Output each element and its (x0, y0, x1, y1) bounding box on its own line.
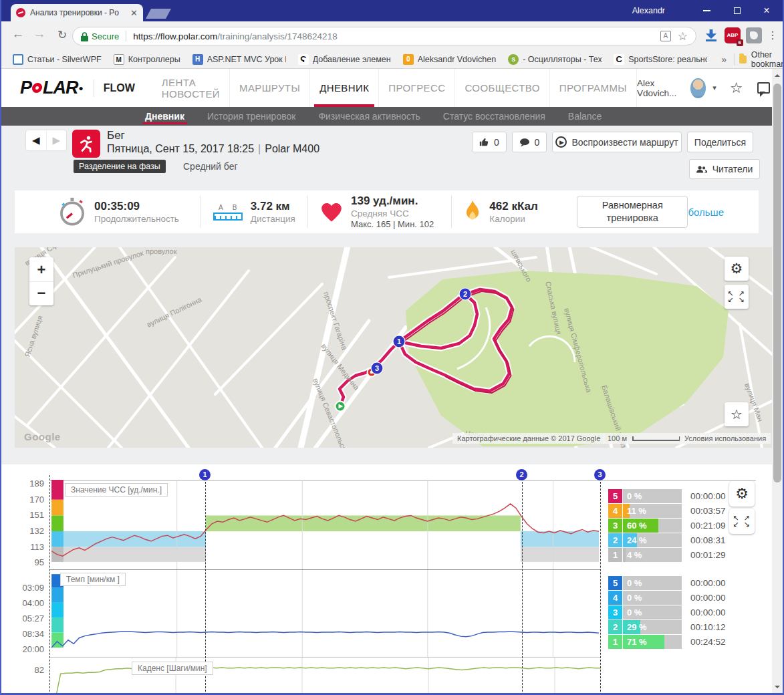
browser-menu-icon[interactable]: ⋮ (767, 27, 778, 43)
heart-icon (320, 202, 343, 223)
distance-stat: АВ 3.72 кмДистанция (201, 196, 307, 228)
forward-icon[interactable]: → (31, 27, 48, 41)
map-canvas: провулок вулиця Сірка Прилуцький провуло… (15, 247, 772, 448)
map-fullscreen-icon[interactable]: ↖ ↗↙ ↘ (725, 285, 749, 309)
map-favorite-icon[interactable]: ☆ (725, 402, 749, 426)
axis-dashed-line (49, 475, 50, 695)
pace-zone-row: 171 %00:24:52 (608, 635, 742, 649)
nav-programs[interactable]: ПРОГРАММЫ (550, 69, 637, 107)
chart-fullscreen-icon[interactable]: ↖ ↗↙ ↘ (729, 509, 755, 534)
reload-icon[interactable]: ↻ (53, 28, 71, 42)
hr-tick: 95 (15, 557, 44, 567)
bookmark-favicon: Ϲ (614, 54, 624, 65)
svg-text:1: 1 (397, 337, 401, 345)
polar-logo-o (31, 83, 43, 93)
url-bar[interactable]: Secure https://flow.polar.com /training/… (72, 27, 696, 45)
new-tab-button[interactable] (146, 9, 171, 19)
chat-icon[interactable] (757, 82, 769, 94)
cadence-legend: Каденс [Шаги/мин] (132, 662, 213, 675)
subnav-recovery[interactable]: Статус восстановления (443, 107, 545, 126)
thumb-up-icon (479, 137, 489, 147)
favorite-star-icon[interactable]: ☆ (730, 80, 743, 97)
avatar[interactable] (690, 78, 706, 98)
session-note: Средний бег (183, 161, 238, 172)
pace-zone-row: 30 %00:00:00 (608, 605, 742, 619)
browser-profile-name[interactable]: Alexandr (632, 6, 665, 15)
scrollbar[interactable] (772, 69, 783, 695)
replay-route-button[interactable]: ▶ Воспроизвести маршрут (552, 132, 682, 152)
subnav-history[interactable]: История тренировок (207, 107, 295, 126)
maximize-button[interactable] (723, 0, 752, 21)
phase-marker-1: 1 (199, 469, 211, 480)
bookmark-item[interactable]: ϹSportsStore: реально (608, 52, 713, 67)
scroll-up-icon[interactable] (775, 72, 780, 77)
nav-community[interactable]: СООБЩЕСТВО (455, 69, 549, 107)
nav-routes[interactable]: МАРШРУТЫ (230, 69, 310, 107)
url-path: /training/analysis/1748624218 (217, 31, 337, 41)
download-extension-icon[interactable] (703, 27, 719, 43)
chart-settings-gear-icon[interactable]: ⚙ (729, 481, 755, 507)
minimize-button[interactable] (692, 0, 721, 21)
calories-stat: 462 кКалКалории (451, 196, 549, 228)
cadence-tick: 82 (15, 665, 44, 675)
pace-zone-row: 50 %00:00:00 (608, 576, 742, 590)
subnav-activity[interactable]: Физическая активность (318, 107, 420, 126)
other-bookmarks[interactable]: Other bookmarks (751, 50, 784, 69)
bookmark-star-icon[interactable]: ☆ (678, 29, 688, 43)
start-marker (336, 402, 346, 412)
share-button[interactable]: Поделиться (687, 132, 753, 152)
training-benefit-button[interactable]: Равномернаятренировка (577, 196, 688, 228)
bookmark-item[interactable]: 0Aleksandr Vdovichen (397, 52, 502, 67)
bookmark-item[interactable]: ϚДобавление элемен (292, 52, 397, 67)
subnav-diary[interactable]: Дневник (145, 107, 184, 126)
nav-feed[interactable]: ЛЕНТА НОВОСТЕЙ (152, 69, 230, 107)
distance-label: Дистанция (251, 213, 295, 225)
hr-zones-table: 50 %00:00:00 411 %00:03:57 360 %00:21:09… (608, 489, 742, 563)
polar-logo[interactable]: PLAR● (20, 78, 83, 98)
nav-progress[interactable]: ПРОГРЕСС (379, 69, 455, 107)
next-session-icon[interactable]: ▶ (47, 130, 67, 150)
prev-session-icon[interactable]: ◀ (26, 130, 47, 150)
bookmark-item[interactable]: HASP.NET MVC Урок Е (186, 52, 292, 67)
back-icon[interactable]: ← (9, 27, 27, 41)
close-button[interactable]: × (752, 0, 781, 21)
people-icon (696, 165, 708, 174)
like-button[interactable]: 0 (472, 132, 507, 152)
bookmark-favicon: H (192, 54, 203, 65)
map-terms-link[interactable]: Условия использования (680, 433, 771, 444)
translate-icon[interactable]: A (660, 31, 671, 41)
hr-value: 139 уд./мин. (351, 194, 434, 208)
zoom-out-icon[interactable]: − (29, 282, 53, 305)
google-watermark: Google (24, 431, 61, 442)
route-map[interactable]: провулок вулиця Сірка Прилуцький провуло… (15, 247, 772, 448)
hr-zone-row: 50 %00:00:00 (608, 489, 742, 503)
subnav-balance[interactable]: Balance (568, 107, 602, 126)
evernote-extension-icon[interactable] (746, 27, 762, 43)
bookmarks-overflow-icon[interactable]: » (717, 54, 731, 65)
nav-diary[interactable]: ДНЕВНИК (310, 69, 379, 107)
flow-label[interactable]: FLOW (94, 80, 135, 97)
training-header: ◀ ▶ Бег Пятница, Сент 15, 2017 18:25|Pol… (1, 126, 775, 190)
tab-close-icon[interactable]: ✕ (130, 8, 138, 18)
map-scale: 100 м (603, 433, 685, 444)
browser-tab[interactable]: Анализ тренировки - Po ✕ (11, 4, 143, 21)
pace-legend: Темп [мин/км ] (60, 573, 126, 586)
bookmark-item[interactable]: MКонтроллеры (108, 52, 186, 67)
followers-button[interactable]: Читатели (689, 159, 760, 179)
zoom-in-icon[interactable]: + (29, 258, 53, 282)
map-attribution: Картографические данные © 2017 Google (452, 433, 605, 444)
scrollbar-thumb[interactable] (773, 84, 781, 482)
adblock-extension-icon[interactable]: ABP6 (725, 27, 741, 43)
more-link[interactable]: больше (688, 206, 724, 218)
scroll-down-icon[interactable] (775, 686, 780, 691)
hr-zone-row: 14 %00:01:29 (608, 548, 742, 562)
bookmark-item[interactable]: Статьи - SilverWPF (7, 52, 108, 67)
user-name[interactable]: Alex Vdovich... (637, 78, 684, 98)
comment-button[interactable]: 0 (512, 132, 547, 152)
bookmark-item[interactable]: s- Осцилляторы - Тех (502, 52, 608, 67)
map-settings-gear-icon[interactable]: ⚙ (725, 257, 749, 281)
street-label: провулок (146, 247, 177, 255)
stats-bar: 00:35:09Продолжительность АВ 3.72 кмДист… (15, 190, 759, 233)
chevron-down-icon[interactable]: ▾ (712, 84, 716, 92)
secure-label: Secure (92, 31, 119, 41)
